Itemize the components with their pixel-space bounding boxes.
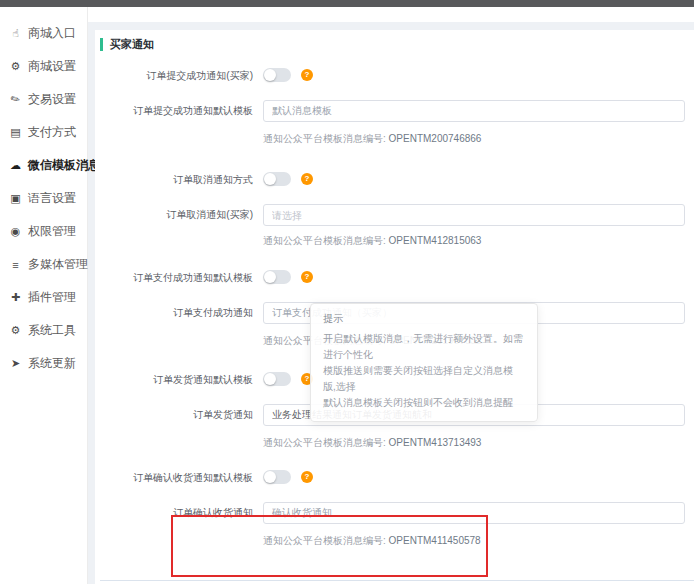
storefront-entry-icon: ☝ xyxy=(8,27,23,40)
opentm-code: OPENTM413713493 xyxy=(389,437,482,448)
order-receive-template-toggle[interactable] xyxy=(263,470,291,484)
gear-icon: ⚙ xyxy=(8,60,23,73)
template-code-helper: 通知公众平台模板消息编号: OPENTM411450578 xyxy=(263,534,694,548)
field-label: 订单提交成功通知(买家) xyxy=(95,69,253,82)
sidebar-item-label: 商城设置 xyxy=(28,58,76,75)
template-code-helper: 通知公众平台模板消息编号: OPENTM200746866 xyxy=(263,132,694,146)
wechat-icon: ☁ xyxy=(8,159,23,172)
sidebar-item-label: 商城入口 xyxy=(28,25,76,42)
tooltip-line: 默认消息模板关闭按钮则不会收到消息提醒 xyxy=(323,395,525,411)
section-accent-bar xyxy=(100,38,103,51)
help-icon[interactable]: ? xyxy=(301,173,313,185)
order-pay-template-toggle[interactable] xyxy=(263,270,291,284)
paper-plane-icon: ➤ xyxy=(8,357,23,370)
field-label: 订单取消通知(买家) xyxy=(95,204,253,226)
help-icon[interactable]: ? xyxy=(301,271,313,283)
sidebar-item-wechat-template-messages[interactable]: ☁ 微信模板消息 xyxy=(0,149,87,182)
gear-icon: ⚙ xyxy=(8,324,23,337)
order-receive-notify-input[interactable] xyxy=(263,502,685,524)
sidebar-item-label: 语言设置 xyxy=(28,190,76,207)
sidebar-item-media-management[interactable]: ≡ 多媒体管理 xyxy=(0,248,87,281)
sidebar-item-mall-entry[interactable]: ☝ 商城入口 xyxy=(0,17,87,50)
sidebar-item-system-update[interactable]: ➤ 系统更新 xyxy=(0,347,87,380)
field-label: 订单支付成功通知 xyxy=(95,302,253,324)
sidebar-item-label: 系统工具 xyxy=(28,322,76,339)
credit-card-icon: ▤ xyxy=(8,126,23,139)
order-cancel-method-toggle[interactable] xyxy=(263,172,291,186)
row-order-receive-template-toggle: 订单确认收货通知默认模板 ? xyxy=(95,470,694,484)
sidebar: ☝ 商城入口 ⚙ 商城设置 ✎ 交易设置 ▤ 支付方式 ☁ 微信模板消息 ▣ 语… xyxy=(0,7,88,584)
opentm-code: OPENTM411450578 xyxy=(389,535,481,546)
toggle-knob xyxy=(264,271,276,283)
sidebar-item-mall-settings[interactable]: ⚙ 商城设置 xyxy=(0,50,87,83)
toggle-knob xyxy=(264,69,276,81)
toggle-knob xyxy=(264,471,276,483)
row-order-receive-notify: 订单确认收货通知 xyxy=(95,502,694,524)
order-submit-template-input[interactable] xyxy=(263,100,685,122)
field-label: 订单支付成功通知默认模板 xyxy=(95,271,253,284)
order-ship-template-toggle[interactable] xyxy=(263,372,291,386)
template-code-helper: 通知公众平台模板消息编号: OPENTM412815063 xyxy=(263,234,694,248)
sidebar-item-label: 多媒体管理 xyxy=(28,256,88,273)
row-order-cancel-notify: 订单取消通知(买家) xyxy=(95,204,694,226)
field-label: 订单取消通知方式 xyxy=(95,173,253,186)
row-order-pay-success-template-toggle: 订单支付成功通知默认模板 ? xyxy=(95,270,694,284)
plugin-icon: ✚ xyxy=(8,291,23,304)
helper-label: 通知公众平台模板消息编号: xyxy=(263,437,386,448)
field-label: 订单发货通知默认模板 xyxy=(95,373,253,386)
sidebar-item-plugin-management[interactable]: ✚ 插件管理 xyxy=(0,281,87,314)
tooltip-line: 模版推送则需要关闭按钮选择自定义消息模版,选择 xyxy=(323,363,525,395)
helper-label: 通知公众平台模板消息编号: xyxy=(263,235,386,246)
section-title-buyer-notice: 买家通知 xyxy=(100,36,694,52)
bottom-divider xyxy=(100,580,694,581)
help-icon[interactable]: ? xyxy=(301,471,313,483)
opentm-code: OPENTM200746866 xyxy=(389,133,482,144)
field-label: 订单确认收货通知 xyxy=(95,502,253,524)
section-title-text: 买家通知 xyxy=(110,37,154,52)
order-submit-success-toggle[interactable] xyxy=(263,68,291,82)
toggle-knob xyxy=(264,373,276,385)
sidebar-item-label: 权限管理 xyxy=(28,223,76,240)
tooltip-title: 提示 xyxy=(323,312,525,326)
sidebar-item-permission-management[interactable]: ◉ 权限管理 xyxy=(0,215,87,248)
opentm-code: OPENTM412815063 xyxy=(389,235,482,246)
translate-icon: ▣ xyxy=(8,192,23,205)
field-label: 订单发货通知 xyxy=(95,404,253,426)
tooltip-line: 开启默认模版消息，无需进行额外设置。如需进行个性化 xyxy=(323,331,525,363)
helper-label: 通知公众平台模板消息编号: xyxy=(263,535,386,546)
sidebar-item-trade-settings[interactable]: ✎ 交易设置 xyxy=(0,83,87,116)
sidebar-item-language-settings[interactable]: ▣ 语言设置 xyxy=(0,182,87,215)
row-order-submit-success-toggle: 订单提交成功通知(买家) ? xyxy=(95,68,694,82)
header-strip xyxy=(0,7,694,22)
sidebar-item-payment-methods[interactable]: ▤ 支付方式 xyxy=(0,116,87,149)
order-cancel-notify-select[interactable] xyxy=(263,204,685,226)
row-order-submit-template: 订单提交成功通知默认模板 xyxy=(95,100,694,122)
sidebar-item-label: 交易设置 xyxy=(28,91,76,108)
helper-label: 通知公众平台模板消息编号: xyxy=(263,133,386,144)
sidebar-item-label: 微信模板消息 xyxy=(28,157,100,174)
sidebar-item-label: 支付方式 xyxy=(28,124,76,141)
help-icon[interactable]: ? xyxy=(301,69,313,81)
sidebar-item-label: 系统更新 xyxy=(28,355,76,372)
template-code-helper: 通知公众平台模板消息编号: OPENTM413713493 xyxy=(263,436,694,450)
field-label: 订单提交成功通知默认模板 xyxy=(95,100,253,122)
field-label: 订单确认收货通知默认模板 xyxy=(95,471,253,484)
top-dark-bar xyxy=(0,0,694,7)
help-tooltip: 提示 开启默认模版消息，无需进行额外设置。如需进行个性化 模版推送则需要关闭按钮… xyxy=(310,303,538,422)
sidebar-item-label: 插件管理 xyxy=(28,289,76,306)
row-order-cancel-notify-method: 订单取消通知方式 ? xyxy=(95,172,694,186)
pen-tool-icon: ✎ xyxy=(6,90,25,109)
sidebar-item-system-tools[interactable]: ⚙ 系统工具 xyxy=(0,314,87,347)
eye-icon: ◉ xyxy=(8,225,23,238)
list-icon: ≡ xyxy=(8,259,23,271)
toggle-knob xyxy=(264,173,276,185)
